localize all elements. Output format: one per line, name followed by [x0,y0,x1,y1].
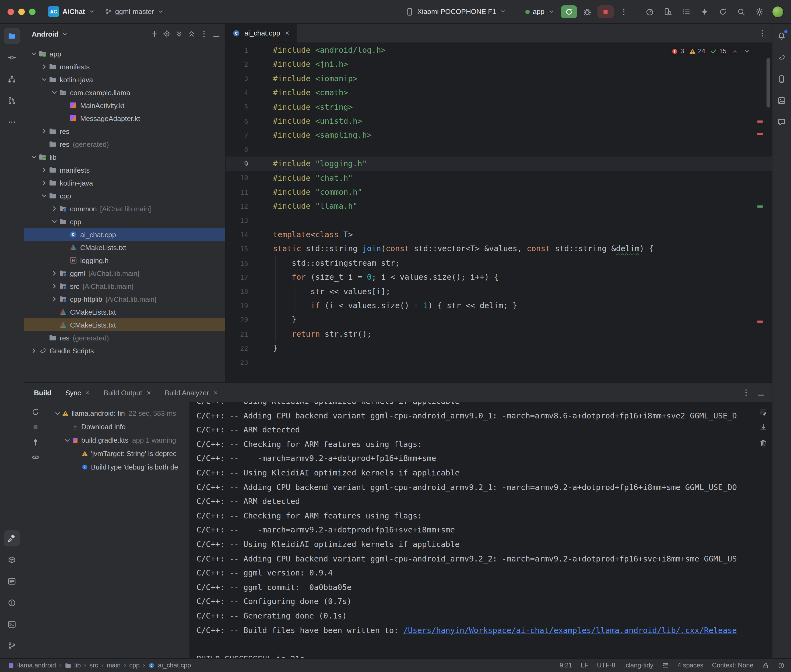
device-selector[interactable]: Xiaomi POCOPHONE F1 [401,5,510,18]
chevron-right-icon[interactable] [40,62,48,71]
chevron-right-icon[interactable] [50,269,59,277]
project-tool-button[interactable] [4,28,20,44]
notifications-tool-button[interactable] [773,28,789,44]
chevron-down-icon[interactable] [53,409,62,418]
close-tab-icon[interactable] [284,30,290,36]
locate-file-icon[interactable] [162,30,171,38]
tree-item-res[interactable]: res [24,125,225,138]
tree-item-mainactivity.kt[interactable]: MainActivity.kt [24,99,225,112]
editor-tab-ai_chat.cpp[interactable]: C ai_chat.cpp [226,24,296,43]
breadcrumb-ai_chat.cpp[interactable]: Cai_chat.cpp [148,661,191,669]
more-vertical-icon[interactable] [757,29,766,37]
chevron-down-icon[interactable] [30,50,38,58]
tree-item-manifests[interactable]: manifests [24,60,225,73]
tree-item-res[interactable]: res(generated) [24,331,225,344]
chevron-down-icon[interactable] [50,88,59,97]
zoom-window-button[interactable] [29,8,35,15]
chevron-down-icon[interactable] [61,30,68,37]
breadcrumb-lib[interactable]: lib [64,661,81,669]
tree-item-cpp[interactable]: cpp [24,215,225,228]
structure-tool-button[interactable] [4,71,20,87]
breadcrumb-main[interactable]: main [107,661,120,669]
project-view-mode[interactable]: Android [32,30,59,38]
tree-item-src[interactable]: src[AiChat.lib.main] [24,280,225,293]
tree-item-common[interactable]: common[AiChat.lib.main] [24,202,225,215]
resource-context[interactable]: Context: None [712,661,753,669]
more-options-icon[interactable] [741,388,750,397]
app-inspection-button[interactable] [659,3,676,20]
more-run-actions-button[interactable] [616,3,632,20]
breadcrumb-llama.android[interactable]: llama.android [8,661,56,669]
chevron-down-icon[interactable] [40,75,48,84]
scroll-to-end-icon[interactable] [759,423,767,432]
debug-button[interactable] [579,3,595,20]
minimize-window-button[interactable] [18,8,25,15]
build-tree-item-download-info[interactable]: Download info [47,420,189,434]
chevron-down-icon[interactable] [30,153,38,162]
build-tool-button[interactable] [4,530,20,546]
build-tab-sync[interactable]: Sync [66,389,91,397]
tree-item-com.example.llama[interactable]: com.example.llama [24,86,225,99]
tree-item-manifests[interactable]: manifests [24,163,225,176]
tree-item-cpp[interactable]: cpp [24,189,225,202]
code-editor[interactable]: 1#include <android/log.h>2#include <jni.… [226,43,772,382]
hide-panel-icon[interactable] [212,30,221,38]
version-control-tool-button[interactable] [4,638,20,654]
problems-tool-button[interactable] [4,595,20,611]
device-manager-tool-button[interactable] [773,71,789,87]
close-tab-icon[interactable] [146,390,152,395]
resource-manager-tool-button[interactable] [773,93,789,109]
add-icon[interactable] [150,30,159,38]
gradle-sync-button[interactable] [714,3,731,20]
tree-item-messageadapter.kt[interactable]: MessageAdapter.kt [24,112,225,125]
close-window-button[interactable] [8,8,14,15]
line-separator[interactable]: LF [581,661,588,669]
build-tree-item-build.gradle.kts[interactable]: build.gradle.ktsapp 1 warning [47,434,189,447]
more-options-icon[interactable] [200,30,208,38]
breadcrumb-src[interactable]: src [89,661,98,669]
terminal-tool-button[interactable] [4,616,20,632]
user-avatar-button[interactable] [770,3,786,20]
clang-tidy[interactable]: .clang-tidy [624,661,653,669]
chevron-right-icon[interactable] [50,204,59,213]
app-quality-insights-tool-button[interactable] [773,114,789,130]
build-tab-build-analyzer[interactable]: Build Analyzer [165,389,219,397]
chevron-right-icon[interactable] [30,346,38,355]
tree-item-res[interactable]: res(generated) [24,138,225,150]
commit-tool-button[interactable] [4,50,20,66]
caret-position[interactable]: 9:21 [560,661,572,669]
tree-item-logging.h[interactable]: Hlogging.h [24,254,225,267]
project-selector[interactable]: AC AiChat [44,4,99,19]
tree-item-cmakelists.txt[interactable]: CMakeLists.txt [24,241,225,254]
error-stripe-mark[interactable] [757,120,763,123]
todo-button[interactable] [678,3,694,20]
tree-item-app[interactable]: app [24,47,225,60]
readonly-lock-icon[interactable] [762,662,769,669]
tree-item-cpp-httplib[interactable]: cpp-httplib[AiChat.lib.main] [24,293,225,306]
build-output-path-link[interactable]: /Users/hanyin/Workspace/ai-chat/examples… [403,626,737,634]
stop-button[interactable] [597,5,613,18]
chevron-right-icon[interactable] [40,127,48,136]
build-panel-title[interactable]: Build [34,389,51,397]
hide-panel-icon[interactable] [757,388,765,397]
chevron-right-icon[interactable] [40,166,48,174]
build-tab-build-output[interactable]: Build Output [104,389,152,397]
chevron-right-icon[interactable] [50,282,59,290]
settings-button[interactable] [751,3,767,20]
error-stripe-mark[interactable] [757,133,763,135]
search-everywhere-button[interactable] [733,3,749,20]
build-console[interactable]: C/C++: -- Using KleidiAI optimized kerne… [189,402,754,658]
next-problem-icon[interactable] [743,48,750,54]
change-stripe-mark[interactable] [757,205,763,208]
close-tab-icon[interactable] [85,390,91,395]
chevron-right-icon[interactable] [40,179,48,187]
close-tab-icon[interactable] [213,390,219,395]
logcat-tool-button[interactable] [4,573,20,589]
inspection-status-icon[interactable] [778,662,785,669]
error-stripe-mark[interactable] [757,320,763,323]
chevron-down-icon[interactable] [40,192,48,200]
chevron-down-icon[interactable] [63,436,72,445]
tree-item-kotlin+java[interactable]: kotlin+java [24,176,225,189]
editor-scrollbar[interactable] [766,58,770,107]
tree-item-ggml[interactable]: ggml[AiChat.lib.main] [24,267,225,280]
